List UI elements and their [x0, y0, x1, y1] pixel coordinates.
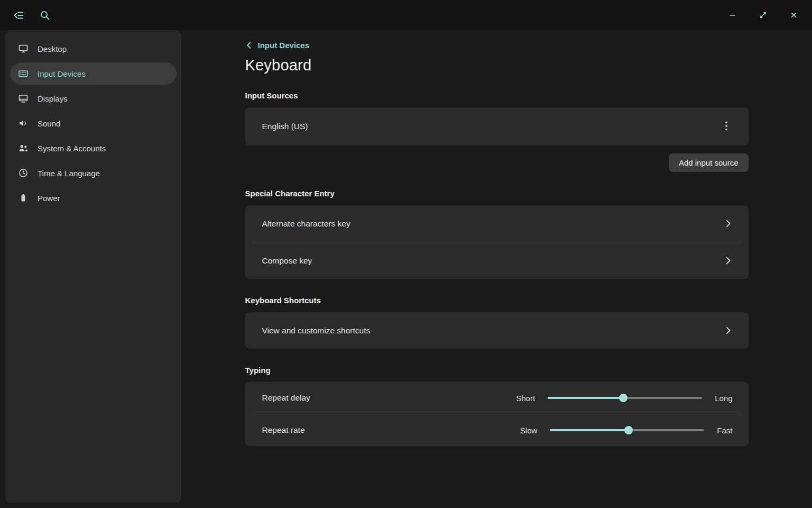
- users-icon: [18, 143, 29, 153]
- keyboard-shortcuts-card: View and customize shortcuts: [245, 312, 749, 349]
- slider-fill: [548, 397, 623, 399]
- input-source-name: English (US): [262, 122, 308, 131]
- sidebar-item-label: Input Devices: [38, 69, 86, 78]
- titlebar: [0, 0, 812, 30]
- sidebar-toggle-button[interactable]: [13, 10, 24, 21]
- sidebar-item-input-devices[interactable]: Input Devices: [10, 62, 177, 85]
- repeat-rate-row: Repeat rate Slow Fast: [245, 414, 749, 446]
- section-heading-typing: Typing: [245, 366, 749, 375]
- repeat-rate-slider[interactable]: [550, 425, 704, 435]
- slider-handle[interactable]: [619, 394, 628, 402]
- row-label: Alternate characters key: [262, 219, 350, 229]
- minimize-button[interactable]: [726, 10, 738, 21]
- close-button[interactable]: [788, 10, 799, 21]
- sidebar-item-power[interactable]: Power: [10, 187, 177, 209]
- input-sources-card: English (US): [245, 107, 749, 146]
- slider-fill: [550, 429, 629, 431]
- speaker-icon: [18, 118, 29, 129]
- keyboard-icon: [18, 68, 29, 79]
- section-heading-input-sources: Input Sources: [245, 91, 749, 100]
- slider-label: Repeat delay: [262, 393, 310, 403]
- search-icon: [40, 10, 50, 21]
- chevron-right-icon: [724, 219, 733, 228]
- sidebar-item-desktop[interactable]: Desktop: [10, 38, 177, 60]
- repeat-delay-row: Repeat delay Short Long: [245, 382, 749, 414]
- sidebar-item-displays[interactable]: Displays: [10, 87, 177, 110]
- slider-handle[interactable]: [624, 426, 633, 434]
- slider-min-label: Slow: [520, 426, 538, 435]
- row-label: View and customize shortcuts: [262, 326, 371, 335]
- typing-card: Repeat delay Short Long Repeat rate: [245, 382, 749, 446]
- slider-max-label: Long: [715, 394, 732, 403]
- displays-icon: [18, 93, 29, 104]
- close-icon: [790, 11, 798, 19]
- sidebar-item-system-accounts[interactable]: System & Accounts: [10, 137, 177, 159]
- sidebar-item-label: Power: [38, 194, 60, 203]
- clock-icon: [18, 168, 29, 178]
- chevron-right-icon: [724, 256, 733, 265]
- compose-key-row[interactable]: Compose key: [245, 242, 749, 279]
- add-input-source-button[interactable]: Add input source: [669, 153, 749, 172]
- maximize-icon: [759, 11, 767, 19]
- back-icon: [245, 41, 253, 49]
- view-shortcuts-row[interactable]: View and customize shortcuts: [245, 312, 749, 349]
- sidebar: Desktop Input Devices Displays S: [5, 30, 181, 503]
- alternate-characters-key-row[interactable]: Alternate characters key: [245, 205, 749, 242]
- sidebar-item-label: Displays: [38, 94, 68, 103]
- sidebar-item-label: System & Accounts: [38, 144, 106, 153]
- section-heading-special-characters: Special Character Entry: [245, 189, 749, 198]
- special-characters-card: Alternate characters key Compose key: [245, 205, 749, 279]
- page-title: Keyboard: [245, 57, 749, 74]
- slider-max-label: Fast: [717, 426, 732, 435]
- sidebar-collapse-icon: [13, 10, 24, 21]
- kebab-menu-icon: [725, 121, 727, 132]
- breadcrumb-back[interactable]: Input Devices: [245, 39, 310, 51]
- desktop-icon: [18, 43, 29, 54]
- input-source-menu-button[interactable]: [720, 120, 733, 133]
- main-content: Input Devices Keyboard Input Sources Eng…: [181, 30, 812, 508]
- input-source-row[interactable]: English (US): [245, 107, 749, 146]
- slider-min-label: Short: [516, 394, 535, 403]
- sidebar-item-label: Sound: [38, 119, 60, 128]
- sidebar-item-label: Desktop: [38, 44, 67, 53]
- sidebar-item-time-language[interactable]: Time & Language: [10, 162, 177, 184]
- minimize-icon: [728, 11, 736, 19]
- search-button[interactable]: [39, 10, 51, 21]
- sidebar-item-sound[interactable]: Sound: [10, 112, 177, 134]
- slider-label: Repeat rate: [262, 425, 305, 435]
- row-label: Compose key: [262, 256, 312, 266]
- maximize-button[interactable]: [757, 10, 769, 21]
- chevron-right-icon: [724, 326, 733, 335]
- battery-icon: [18, 193, 29, 203]
- breadcrumb-label: Input Devices: [258, 41, 310, 50]
- sidebar-item-label: Time & Language: [38, 169, 100, 178]
- repeat-delay-slider[interactable]: [548, 393, 702, 403]
- section-heading-keyboard-shortcuts: Keyboard Shortcuts: [245, 296, 749, 305]
